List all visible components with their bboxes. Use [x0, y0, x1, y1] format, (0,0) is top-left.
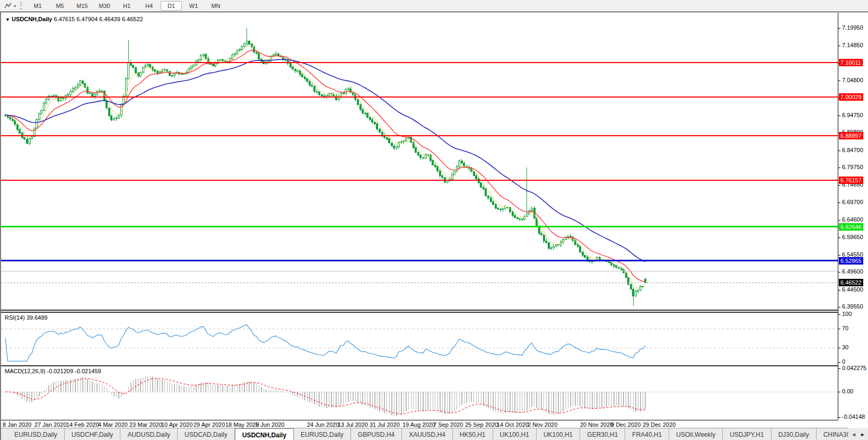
timeframe-button-mn[interactable]: MN: [205, 1, 226, 11]
chart-tab-eurusd-daily[interactable]: EURUSD,Daily: [7, 428, 65, 440]
chart-tab-audusd-daily[interactable]: AUDUSD,Daily: [120, 428, 178, 440]
level-price-badge: 7.00029: [839, 93, 863, 101]
price-tick-label: 6.59650: [842, 234, 863, 240]
level-price-badge: 7.10011: [839, 59, 863, 66]
timeframe-button-m15[interactable]: M15: [72, 1, 93, 11]
axis-tick-mark: [838, 237, 840, 238]
chart-title: ▼ USDCNH,Daily 6.47615 6.47904 6.46439 6…: [5, 16, 143, 22]
date-axis-label: 14 Oct 2020: [497, 421, 529, 428]
chart-workspace: ▼ USDCNH,Daily 6.47615 6.47904 6.46439 6…: [0, 12, 868, 440]
macd-tick-label: 0.042275: [842, 365, 866, 371]
date-axis-label: 25 Sep 2020: [465, 421, 498, 428]
toolbar-grip-handle[interactable]: [20, 2, 23, 10]
date-axis-label: 27 Jan 2020: [34, 421, 67, 428]
price-chart-pane: ▼ USDCNH,Daily 6.47615 6.47904 6.46439 6…: [1, 13, 838, 311]
axis-tick-mark: [838, 329, 840, 329]
axis-tick-mark: [838, 368, 840, 369]
axis-tick-mark: [838, 392, 840, 392]
timeframe-button-m1[interactable]: M1: [27, 1, 48, 11]
chart-tab-usoil-weekly[interactable]: USOil,Weekly: [669, 428, 723, 440]
rsi-tick-label: 100: [842, 311, 852, 317]
date-axis-label: 24 Jun 2020: [307, 421, 339, 428]
date-axis[interactable]: 8 Jan 202027 Jan 202014 Feb 20204 Mar 20…: [1, 420, 838, 428]
chart-tab-eurusd-daily[interactable]: EURUSD,Daily: [294, 428, 351, 440]
chart-tab-dj30-daily[interactable]: DJ30,Daily: [771, 428, 817, 440]
chart-tab-uk100-h1[interactable]: UK100,H1: [493, 428, 537, 440]
price-axis[interactable]: 7.199507.148507.098007.048006.997506.947…: [838, 13, 868, 420]
axis-tick-mark: [838, 417, 840, 418]
tab-scroll-left-icon[interactable]: ◄: [851, 432, 856, 437]
chart-tab-bar: EURUSD,DailyUSDCHF,DailyAUDUSD,DailyUSDC…: [1, 428, 868, 440]
macd-indicator-label: MACD(12,26,9) -0.021209 -0.021459: [5, 368, 101, 374]
axis-tick-mark: [838, 362, 840, 363]
chart-cursor-tool[interactable]: ▾: [3, 2, 17, 10]
chart-tab-uk100-h1[interactable]: UK100,H1: [537, 428, 580, 440]
chart-ohlc-values: 6.47615 6.47904 6.46439 6.46522: [54, 16, 143, 22]
tab-scroll-right-icon[interactable]: ►: [860, 432, 865, 437]
axis-tick-mark: [838, 28, 840, 29]
timeframe-button-h1[interactable]: H1: [116, 1, 137, 11]
chart-symbol-label: USDCNH,Daily: [12, 16, 52, 22]
chart-tab-ger30-h1[interactable]: GER30,H1: [580, 428, 625, 440]
tab-scroll-controls: ◄ ►: [848, 428, 868, 440]
trading-platform-window: ▾ M1M5M15M30H1H4D1W1MN ▼ USDCNH,Daily 6.…: [0, 0, 868, 440]
rsi-indicator-pane: RSI(14) 39.6489: [1, 312, 838, 364]
axis-tick-mark: [838, 203, 840, 203]
level-price-badge: 6.88897: [839, 132, 863, 139]
date-axis-label: 14 Feb 2020: [66, 421, 99, 428]
date-axis-label: 5 Jun 2020: [256, 421, 284, 428]
date-axis-label: 2 Nov 2020: [528, 421, 557, 428]
axis-tick-mark: [838, 307, 840, 307]
axis-tick-mark: [838, 185, 840, 186]
macd-indicator-pane: MACD(12,26,9) -0.021209 -0.021459: [1, 365, 838, 419]
timeframe-button-m30[interactable]: M30: [94, 1, 115, 11]
level-price-badge: 6.62646: [839, 223, 863, 231]
macd-tick-label: -0.04148: [842, 413, 865, 420]
chart-tab-usdchf-daily[interactable]: USDCHF,Daily: [65, 428, 121, 440]
axis-tick-mark: [838, 290, 840, 291]
timeframe-button-w1[interactable]: W1: [183, 1, 204, 11]
timeframe-button-d1[interactable]: D1: [161, 1, 182, 11]
axis-tick-mark: [838, 168, 840, 168]
date-axis-label: 20 Nov 2020: [580, 421, 613, 428]
axis-tick-mark: [838, 272, 840, 272]
timeframe-button-m5[interactable]: M5: [49, 1, 71, 11]
chart-tab-xauusd-h4[interactable]: XAUUSD,H4: [402, 428, 453, 440]
axis-tick-mark: [838, 348, 840, 348]
rsi-tick-label: 30: [842, 344, 848, 350]
timeframe-button-group: M1M5M15M30H1H4D1W1MN: [27, 1, 226, 11]
level-price-badge: 6.52865: [839, 257, 863, 265]
rsi-indicator-label: RSI(14) 39.6489: [5, 314, 48, 321]
axis-tick-mark: [838, 81, 840, 81]
timeframe-button-h4[interactable]: H4: [138, 1, 160, 11]
price-tick-label: 7.14850: [842, 42, 863, 48]
chart-tab-usdcad-daily[interactable]: USDCAD,Daily: [178, 428, 235, 440]
price-tick-label: 7.04800: [842, 77, 863, 83]
date-axis-label: 13 Jul 2020: [338, 421, 368, 428]
price-tick-label: 6.64600: [842, 216, 863, 223]
level-price-badge: 6.76157: [839, 177, 863, 184]
price-tick-label: 6.49600: [842, 268, 863, 275]
date-axis-label: 10 Apr 2020: [161, 421, 192, 428]
chart-tab-usdjpy-h1[interactable]: USDJPY,H1: [723, 428, 771, 440]
axis-tick-mark: [838, 255, 840, 256]
price-tick-label: 6.39550: [842, 303, 863, 310]
price-tick-label: 6.69700: [842, 199, 863, 205]
price-tick-label: 6.84700: [842, 147, 863, 153]
rsi-tick-label: 70: [842, 325, 848, 331]
chart-tab-usdcnh-daily[interactable]: USDCNH,Daily: [235, 428, 294, 440]
macd-plot[interactable]: [1, 366, 838, 419]
chart-tab-hk50-h1[interactable]: HK50,H1: [453, 428, 493, 440]
rsi-plot[interactable]: [1, 313, 838, 364]
axis-tick-mark: [838, 151, 840, 151]
chart-tab-fra40-h1[interactable]: FRA40,H1: [625, 428, 669, 440]
date-axis-label: 4 Mar 2020: [98, 421, 128, 428]
date-axis-label: 7 Sep 2020: [433, 421, 463, 428]
axis-tick-mark: [838, 314, 840, 315]
symbol-menu-caret-icon[interactable]: ▼: [5, 17, 10, 22]
main-chart-plot[interactable]: [1, 13, 838, 310]
axis-tick-mark: [838, 220, 840, 221]
price-tick-label: 6.79750: [842, 164, 863, 170]
chart-tab-gbpusd-h4[interactable]: GBPUSD,H4: [351, 428, 402, 440]
axis-tick-mark: [838, 46, 840, 46]
